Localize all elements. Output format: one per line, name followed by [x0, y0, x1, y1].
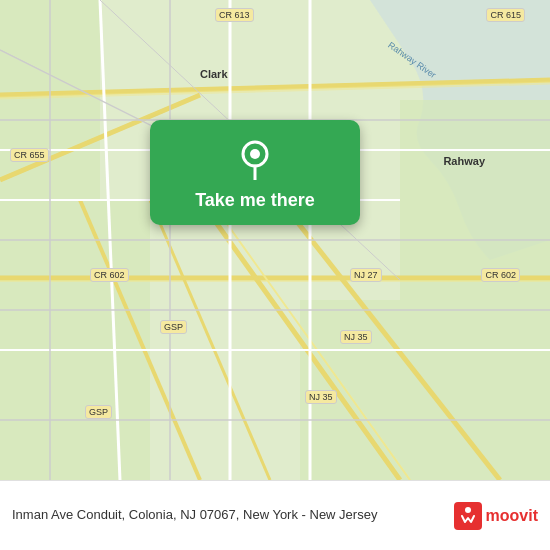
map-container: Clark Rahway Rahway River CR 613 CR 615 …	[0, 0, 550, 480]
badge-cr615: CR 615	[486, 8, 525, 22]
moovit-text: moovit	[486, 507, 538, 525]
location-pin-icon	[233, 136, 277, 180]
svg-point-30	[250, 149, 260, 159]
badge-gsp1: GSP	[160, 320, 187, 334]
svg-rect-32	[454, 502, 482, 530]
card-overlay: Take me there	[150, 120, 360, 225]
svg-point-33	[465, 507, 471, 513]
svg-rect-2	[0, 200, 150, 480]
badge-nj35-2: NJ 35	[305, 390, 337, 404]
badge-cr602-left: CR 602	[90, 268, 129, 282]
badge-nj35-1: NJ 35	[340, 330, 372, 344]
badge-cr655: CR 655	[10, 148, 49, 162]
bottom-bar: Inman Ave Conduit, Colonia, NJ 07067, Ne…	[0, 480, 550, 550]
badge-gsp2: GSP	[85, 405, 112, 419]
clark-label: Clark	[200, 68, 228, 80]
location-text: Inman Ave Conduit, Colonia, NJ 07067, Ne…	[12, 506, 454, 524]
badge-cr613: CR 613	[215, 8, 254, 22]
moovit-icon	[454, 502, 482, 530]
badge-nj27: NJ 27	[350, 268, 382, 282]
rahway-label: Rahway	[443, 155, 485, 167]
badge-cr602-right: CR 602	[481, 268, 520, 282]
take-me-there-button[interactable]: Take me there	[195, 190, 315, 211]
moovit-logo: moovit	[454, 502, 538, 530]
svg-rect-3	[400, 100, 550, 300]
